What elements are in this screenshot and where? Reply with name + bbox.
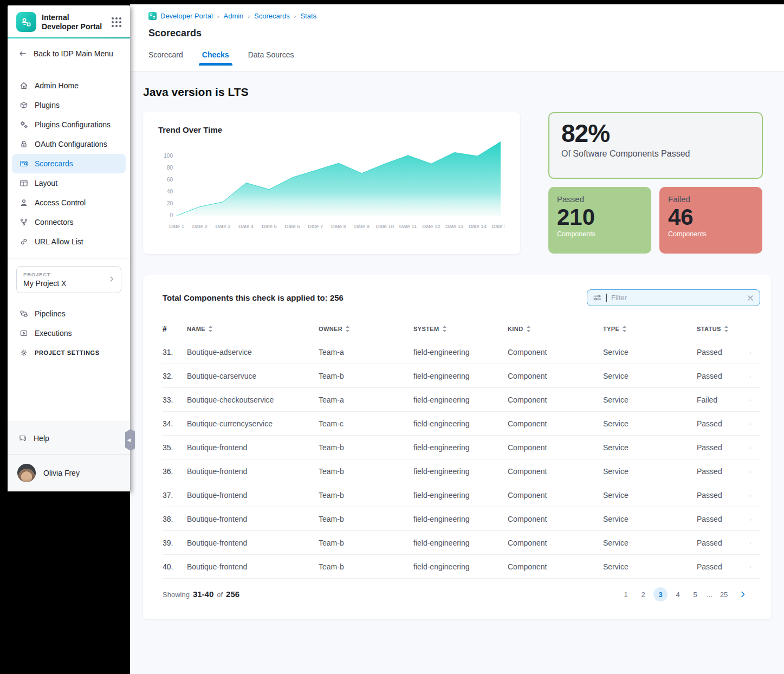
status-value: Passed <box>697 515 749 523</box>
svg-text:20: 20 <box>167 200 173 206</box>
sidebar-item-executions[interactable]: Executions <box>12 323 126 343</box>
table-header-row: #NAMEOWNERSYSTEMKINDTYPESTATUS <box>163 318 760 340</box>
passed-caption: Components <box>557 230 643 238</box>
chat-icon <box>18 434 27 443</box>
execution-icon <box>20 329 28 338</box>
sidebar-item-admin-home[interactable]: Admin Home <box>12 76 126 95</box>
person-icon <box>20 198 28 207</box>
page-5[interactable]: 5 <box>688 587 702 601</box>
sidebar-item-project-settings[interactable]: PROJECT SETTINGS <box>12 343 126 362</box>
table-row[interactable]: 32. Boutique-carservuce Team-b field-eng… <box>163 364 760 387</box>
sort-icon <box>526 326 531 332</box>
project-label: PROJECT <box>23 271 114 277</box>
tab-checks[interactable]: Checks <box>202 50 229 66</box>
status-value: Passed <box>697 419 749 428</box>
gears-icon <box>20 120 28 129</box>
chevron-right-icon: › <box>749 492 760 498</box>
breadcrumb: Developer Portal›Admin›Scorecards›Stats <box>148 12 784 20</box>
table-row[interactable]: 36. Boutique-frontend Team-b field-engin… <box>163 459 760 483</box>
table-row[interactable]: 37. Boutique-frontend Team-b field-engin… <box>163 483 760 507</box>
pagination-ellipsis: ... <box>705 591 714 599</box>
chevron-right-icon: › <box>749 373 760 379</box>
filter-input[interactable] <box>611 294 742 302</box>
sidebar-item-layout[interactable]: Layout <box>12 173 126 193</box>
page-25[interactable]: 25 <box>717 587 731 601</box>
sidebar-item-plugins-configurations[interactable]: Plugins Configurations <box>12 115 126 134</box>
svg-text:Date 4: Date 4 <box>238 223 254 229</box>
sidebar-item-plugins[interactable]: Plugins <box>12 95 126 115</box>
failed-caption: Components <box>668 230 754 238</box>
chevron-right-icon <box>108 275 115 283</box>
filter-sliders-icon <box>593 293 602 302</box>
link-icon <box>20 237 28 246</box>
app-switcher-icon[interactable] <box>111 16 122 28</box>
sort-icon <box>208 326 213 332</box>
table-row[interactable]: 40. Boutique-frontend Team-b field-engin… <box>163 554 760 578</box>
user-menu[interactable]: Olivia Frey <box>8 455 130 491</box>
passed-label: Passed <box>557 195 643 204</box>
table-row[interactable]: 33. Boutique-checkoutservice Team-a fiel… <box>163 387 760 411</box>
project-name: My Project X <box>23 279 114 288</box>
pipeline-icon <box>20 309 28 318</box>
breadcrumb-developer-portal[interactable]: Developer Portal <box>148 12 213 20</box>
divider <box>8 258 130 258</box>
project-selector[interactable]: PROJECT My Project X <box>16 266 121 293</box>
trend-chart-card: Trend Over Time 020406080100Date 1Date 2… <box>143 112 520 254</box>
column-header-owner[interactable]: OWNER <box>319 326 413 332</box>
page-4[interactable]: 4 <box>671 587 685 601</box>
percent-value: 82% <box>561 119 750 148</box>
svg-text:Date 10: Date 10 <box>376 223 394 229</box>
help-button[interactable]: Help <box>8 422 130 455</box>
failed-card: Failed 46 Components <box>659 187 762 254</box>
breadcrumb-admin[interactable]: Admin <box>224 12 244 20</box>
table-row[interactable]: 35. Boutique-frontend Team-b field-engin… <box>163 435 760 459</box>
back-to-main-menu-link[interactable]: Back to IDP Main Menu <box>8 38 130 68</box>
page-2[interactable]: 2 <box>636 587 650 601</box>
clear-filter-icon[interactable] <box>747 294 754 302</box>
breadcrumb-scorecards[interactable]: Scorecards <box>254 12 290 20</box>
sidebar-item-oauth-configurations[interactable]: OAuth Configurations <box>12 134 126 154</box>
breadcrumb-separator: › <box>248 13 250 20</box>
column-header-system[interactable]: SYSTEM <box>413 326 508 332</box>
avatar <box>17 464 36 482</box>
help-label: Help <box>34 434 49 443</box>
sidebar-item-connectors[interactable]: Connectors <box>12 212 126 232</box>
svg-text:Date 6: Date 6 <box>285 223 300 229</box>
content: Java version is LTS Trend Over Time 0204… <box>130 84 784 619</box>
sidebar-item-scorecards[interactable]: Scorecards <box>12 154 126 173</box>
column-header-type[interactable]: TYPE <box>603 326 697 332</box>
sidebar-bottom: Help Olivia Frey <box>8 422 130 491</box>
page-3[interactable]: 3 <box>653 587 668 601</box>
page-title: Scorecards <box>148 28 784 39</box>
table-footer: Showing 31-40 of 256 12345...25 <box>163 578 760 619</box>
column-header-name[interactable]: NAME <box>187 326 319 332</box>
chevron-right-icon: › <box>749 468 760 475</box>
breadcrumb-separator: › <box>294 13 296 20</box>
column-header-status[interactable]: STATUS <box>697 326 749 332</box>
table-row[interactable]: 31. Boutique-adservice Team-a field-engi… <box>163 340 760 364</box>
percent-caption: Of Software Components Passed <box>561 149 750 159</box>
sort-icon <box>345 326 350 332</box>
chevron-right-icon: › <box>749 540 760 546</box>
table-row[interactable]: 39. Boutique-frontend Team-b field-engin… <box>163 530 760 554</box>
next-page-icon[interactable] <box>738 590 747 599</box>
tab-data-sources[interactable]: Data Sources <box>248 50 294 66</box>
sidebar-item-access-control[interactable]: Access Control <box>12 193 126 212</box>
column-header-kind[interactable]: KIND <box>508 326 603 332</box>
sidebar-item-pipelines[interactable]: Pipelines <box>12 304 126 323</box>
tab-scorecard[interactable]: Scorecard <box>148 50 183 66</box>
page-1[interactable]: 1 <box>619 587 633 601</box>
trend-area-chart: 020406080100Date 1Date 2Date 3Date 4Date… <box>158 139 505 234</box>
sidebar-collapse-handle[interactable]: ◀ <box>125 429 135 451</box>
svg-text:Date 15: Date 15 <box>491 223 505 229</box>
arrow-left-icon <box>18 49 27 58</box>
table-row[interactable]: 38. Boutique-frontend Team-b field-engin… <box>163 507 760 530</box>
app-logo-icon <box>16 12 36 32</box>
sidebar-item-url-allow-list[interactable]: URL Allow List <box>12 232 126 251</box>
svg-text:40: 40 <box>167 189 173 195</box>
breadcrumb-stats[interactable]: Stats <box>300 12 316 20</box>
svg-text:Date 5: Date 5 <box>262 223 277 229</box>
table-row[interactable]: 34. Boutique-currencyservice Team-c fiel… <box>163 411 760 435</box>
percent-passed-card: 82% Of Software Components Passed <box>548 112 763 179</box>
lock-icon <box>20 140 28 148</box>
